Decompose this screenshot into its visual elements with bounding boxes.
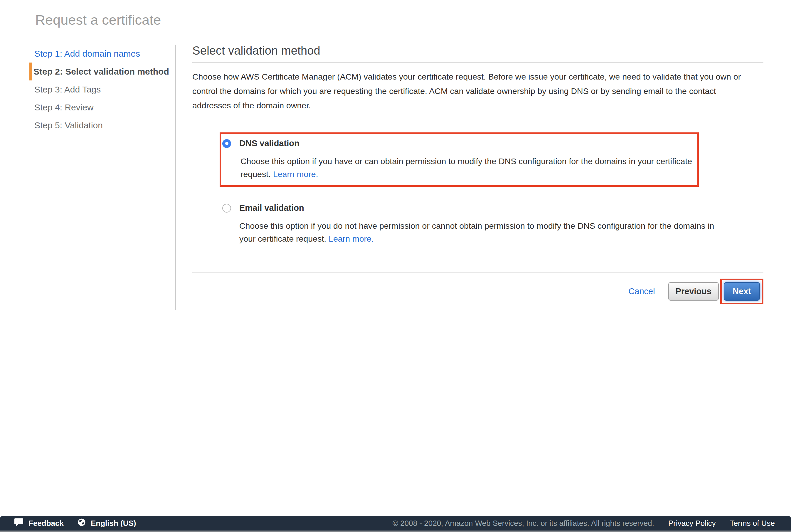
copyright-text: © 2008 - 2020, Amazon Web Services, Inc.… <box>393 519 654 528</box>
globe-icon <box>77 518 86 529</box>
screen-bottom-edge <box>0 531 791 532</box>
wizard-footer-actions: Cancel Previous Next <box>192 279 764 304</box>
terms-of-use-link[interactable]: Terms of Use <box>730 519 775 528</box>
dns-validation-option[interactable]: DNS validation <box>222 138 692 148</box>
privacy-policy-link[interactable]: Privacy Policy <box>668 519 716 528</box>
wizard-steps-sidebar: Step 1: Add domain names Step 2: Select … <box>0 45 176 310</box>
validation-intro-text: Choose how AWS Certificate Manager (ACM)… <box>192 70 747 113</box>
email-validation-label[interactable]: Email validation <box>239 203 304 213</box>
section-heading: Select validation method <box>192 44 764 57</box>
main-content: Select validation method Choose how AWS … <box>192 44 764 304</box>
dns-validation-label[interactable]: DNS validation <box>239 138 300 148</box>
email-validation-description-text: Choose this option if you do not have pe… <box>239 221 714 243</box>
sidebar-step-1-add-domain-names[interactable]: Step 1: Add domain names <box>30 45 175 62</box>
email-validation-option-block: Email validation Choose this option if y… <box>222 203 764 245</box>
email-validation-option[interactable]: Email validation <box>222 203 764 213</box>
next-button[interactable]: Next <box>724 282 760 301</box>
console-footer-bar: Feedback English (US) © 2008 - 2020, Ama… <box>0 516 791 531</box>
language-selector[interactable]: English (US) <box>77 518 136 529</box>
dns-validation-radio[interactable] <box>222 139 231 148</box>
feedback-label: Feedback <box>29 519 64 528</box>
dns-validation-description: Choose this option if you have or can ob… <box>241 155 698 180</box>
feedback-speech-bubble-icon <box>14 518 24 529</box>
email-validation-radio[interactable] <box>222 204 231 213</box>
email-validation-description: Choose this option if you do not have pe… <box>239 219 721 245</box>
sidebar-step-4-review: Step 4: Review <box>30 98 175 116</box>
footer-divider <box>192 272 764 273</box>
dns-learn-more-link[interactable]: Learn more. <box>273 169 318 179</box>
next-button-highlight-box: Next <box>720 279 764 304</box>
sidebar-step-5-validation: Step 5: Validation <box>30 116 175 134</box>
feedback-button[interactable]: Feedback <box>14 518 64 529</box>
page-title: Request a certificate <box>35 12 161 27</box>
previous-button[interactable]: Previous <box>668 282 719 301</box>
acm-request-certificate-page: Request a certificate Step 1: Add domain… <box>0 0 791 532</box>
sidebar-step-2-select-validation-method: Step 2: Select validation method <box>30 62 175 80</box>
dns-validation-option-highlight-box: DNS validation Choose this option if you… <box>220 132 699 187</box>
cancel-link[interactable]: Cancel <box>628 287 655 296</box>
heading-divider <box>192 62 764 62</box>
sidebar-step-3-add-tags: Step 3: Add Tags <box>30 80 175 98</box>
language-label: English (US) <box>91 519 136 528</box>
wizard-steps-list: Step 1: Add domain names Step 2: Select … <box>0 45 175 134</box>
email-learn-more-link[interactable]: Learn more. <box>328 234 374 243</box>
